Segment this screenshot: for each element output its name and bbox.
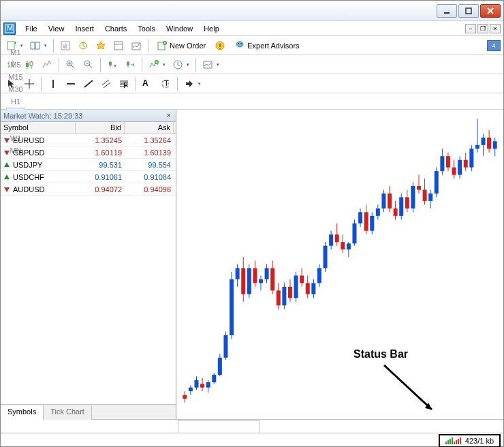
trendline-button[interactable]	[80, 76, 97, 91]
svg-marker-79	[4, 151, 10, 155]
bid-value: 1.35245	[76, 136, 125, 144]
svg-marker-80	[4, 162, 10, 167]
equidistant-channel-button[interactable]	[98, 76, 114, 91]
ask-value: 99.554	[125, 161, 174, 169]
annotation-label: Status Bar	[353, 348, 408, 360]
menu-file[interactable]: File	[20, 22, 43, 35]
market-watch-row[interactable]: USDCHF0.910610.91084	[1, 171, 176, 183]
svg-rect-124	[300, 275, 304, 283]
market-watch-tabs: Symbols Tick Chart	[1, 404, 176, 419]
expert-advisors-icon	[234, 40, 245, 51]
svg-marker-82	[4, 187, 10, 192]
terminal-button[interactable]	[93, 38, 109, 53]
svg-rect-10	[35, 42, 40, 49]
mdi-restore-button[interactable]: ❐	[477, 24, 488, 33]
market-watch-row[interactable]: GBPUSD1.601191.60139	[1, 147, 176, 159]
fibonacci-button[interactable]: F	[116, 76, 132, 91]
strategy-tester-button[interactable]	[128, 38, 144, 53]
maximize-button[interactable]	[458, 4, 479, 18]
symbol-name: AUDUSD	[13, 185, 44, 194]
text-tool-button[interactable]: A	[140, 76, 156, 91]
svg-marker-53	[133, 63, 134, 67]
bid-value: 0.91061	[76, 173, 125, 181]
svg-rect-86	[189, 388, 193, 391]
svg-point-27	[219, 48, 221, 49]
svg-rect-190	[493, 141, 497, 149]
text-label-button[interactable]: T	[157, 76, 174, 91]
autotrading-button[interactable]	[212, 38, 228, 53]
menu-window[interactable]: Window	[161, 22, 198, 35]
menu-charts[interactable]: Charts	[99, 22, 132, 35]
svg-point-28	[236, 42, 243, 47]
timeframe-m30[interactable]: M30	[6, 83, 25, 95]
tab-tick-chart[interactable]: Tick Chart	[44, 405, 92, 420]
ask-value: 1.35264	[125, 136, 174, 144]
ask-value: 1.60139	[125, 149, 174, 157]
svg-rect-168	[428, 194, 432, 201]
market-watch-row[interactable]: EURUSD1.352451.35264	[1, 134, 176, 147]
expert-advisors-button[interactable]: Expert Advisors	[230, 38, 304, 53]
minimize-button[interactable]	[437, 4, 457, 18]
data-window-button[interactable]	[110, 38, 127, 53]
timeframe-m1[interactable]: M1	[6, 46, 25, 59]
svg-rect-88	[194, 380, 198, 388]
symbol-name: GBPUSD	[13, 149, 44, 157]
svg-rect-180	[464, 160, 468, 168]
market-watch-row[interactable]: USDJPY99.53199.554	[1, 159, 176, 171]
timeframe-m5[interactable]: M5	[6, 59, 25, 71]
horizontal-line-button[interactable]	[63, 76, 79, 91]
templates-button[interactable]: ▾	[200, 57, 222, 72]
svg-rect-40	[30, 62, 33, 65]
menu-view[interactable]: View	[43, 22, 70, 35]
main-window: M FileViewInsertChartsToolsWindowHelp − …	[0, 0, 504, 447]
mdi-close-button[interactable]: ×	[490, 24, 501, 33]
tab-symbols[interactable]: Symbols	[1, 405, 44, 420]
column-symbol[interactable]: Symbol	[1, 122, 76, 134]
menu-insert[interactable]: Insert	[69, 22, 99, 35]
svg-rect-11	[61, 42, 69, 50]
timeframe-h1[interactable]: H1	[6, 95, 25, 108]
navigator-button[interactable]	[75, 38, 91, 53]
column-bid[interactable]: Bid	[76, 122, 125, 134]
svg-rect-49	[109, 62, 112, 65]
market-watch-toggle-button[interactable]	[57, 38, 74, 53]
svg-text:M: M	[7, 24, 13, 32]
svg-rect-116	[277, 290, 281, 305]
chart-tab[interactable]	[178, 420, 259, 433]
menu-tools[interactable]: Tools	[132, 22, 161, 35]
periodicity-button[interactable]: ▾	[170, 57, 192, 72]
new-order-button[interactable]: New Order	[152, 38, 210, 53]
timeframe-m15[interactable]: M15	[6, 71, 25, 83]
svg-rect-128	[311, 283, 315, 294]
svg-rect-26	[219, 44, 221, 47]
svg-marker-78	[4, 138, 10, 143]
expert-advisors-label: Expert Advisors	[247, 42, 299, 50]
svg-point-30	[240, 43, 242, 44]
profiles-button[interactable]: ▾	[27, 38, 50, 53]
alerts-badge[interactable]: 4	[487, 40, 501, 51]
symbol-name: USDJPY	[13, 161, 42, 169]
indicators-button[interactable]: ▾	[146, 57, 168, 72]
svg-rect-152	[381, 194, 385, 209]
chart-canvas[interactable]: Status Bar	[176, 110, 503, 419]
ask-value: 0.94098	[125, 185, 174, 194]
titlebar[interactable]	[1, 1, 503, 21]
market-watch-titlebar[interactable]: Market Watch: 15:29:33 ×	[1, 110, 176, 122]
svg-rect-104	[241, 268, 245, 294]
status-connection-box[interactable]: 423/1 kb	[439, 434, 501, 448]
close-button[interactable]	[480, 4, 501, 18]
market-watch-row[interactable]: AUDUSD0.940720.94098	[1, 183, 176, 196]
column-ask[interactable]: Ask	[125, 122, 174, 134]
market-watch-close-icon[interactable]: ×	[165, 112, 173, 120]
zoom-out-button[interactable]	[80, 57, 97, 72]
chart-shift-button[interactable]	[122, 57, 138, 72]
mdi-minimize-button[interactable]: −	[465, 24, 476, 33]
direction-up-icon	[3, 161, 10, 168]
arrows-button[interactable]: ▾	[181, 76, 204, 91]
line-chart-button[interactable]	[39, 57, 55, 72]
auto-scroll-button[interactable]	[104, 57, 121, 72]
direction-down-icon	[3, 186, 10, 193]
vertical-line-button[interactable]	[45, 76, 61, 91]
menu-help[interactable]: Help	[198, 22, 225, 35]
zoom-in-button[interactable]	[63, 57, 79, 72]
